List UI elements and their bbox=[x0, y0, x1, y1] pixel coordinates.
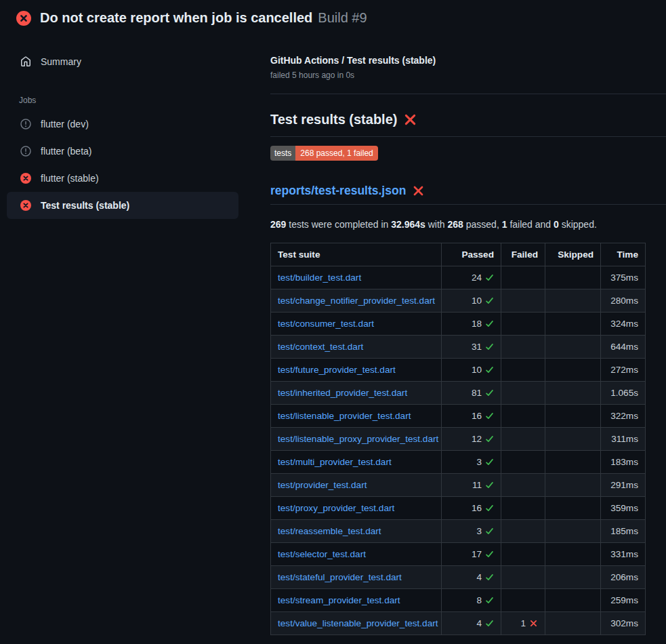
time-cell: 272ms bbox=[601, 359, 646, 382]
table-row: test/future_provider_test.dart10272ms bbox=[271, 359, 646, 382]
check-icon bbox=[485, 550, 494, 559]
suite-cell: test/consumer_test.dart bbox=[271, 313, 442, 336]
failed-cell bbox=[501, 289, 545, 313]
report-failed-x-icon bbox=[413, 185, 424, 197]
time-cell: 331ms bbox=[601, 543, 646, 566]
suite-link[interactable]: test/provider_test.dart bbox=[278, 480, 367, 490]
table-row: test/value_listenable_provider_test.dart… bbox=[271, 612, 646, 635]
table-row: test/stream_provider_test.dart8259ms bbox=[271, 589, 646, 612]
time-cell: 322ms bbox=[601, 405, 646, 428]
passed-cell: 18 bbox=[442, 313, 501, 336]
skipped-cell bbox=[545, 497, 601, 520]
suite-link[interactable]: test/stateful_provider_test.dart bbox=[278, 572, 402, 582]
suite-link[interactable]: test/value_listenable_provider_test.dart bbox=[278, 618, 438, 628]
time-cell: 206ms bbox=[601, 566, 646, 589]
suite-link[interactable]: test/change_notifier_provider_test.dart bbox=[278, 296, 435, 306]
main-panel: GitHub Actions / Test results (stable) f… bbox=[270, 35, 666, 635]
summary-segment: skipped. bbox=[559, 219, 597, 230]
suite-cell: test/reassemble_test.dart bbox=[271, 520, 442, 543]
suite-cell: test/inherited_provider_test.dart bbox=[271, 382, 442, 405]
suite-link[interactable]: test/listenable_proxy_provider_test.dart bbox=[278, 434, 438, 444]
suite-link[interactable]: test/context_test.dart bbox=[278, 342, 363, 352]
suite-link[interactable]: test/consumer_test.dart bbox=[278, 319, 374, 329]
passed-cell: 10 bbox=[442, 289, 501, 313]
job-label: flutter (stable) bbox=[41, 173, 99, 184]
skipped-cell bbox=[545, 359, 601, 382]
passed-cell: 24 bbox=[442, 266, 501, 289]
passed-cell: 3 bbox=[442, 520, 501, 543]
sidebar-job-item-3[interactable]: Test results (stable) bbox=[7, 192, 238, 219]
summary-text: 269 tests were completed in 32.964s with… bbox=[270, 219, 666, 230]
failed-cell bbox=[501, 497, 545, 520]
build-number: Build #9 bbox=[318, 10, 367, 25]
summary-segment: 1 bbox=[502, 219, 507, 230]
time-cell: 280ms bbox=[601, 289, 646, 313]
suite-link[interactable]: test/multi_provider_test.dart bbox=[278, 457, 392, 467]
report-heading: reports/test-results.json bbox=[270, 184, 666, 205]
skipped-cell bbox=[545, 612, 601, 635]
check-icon bbox=[485, 319, 494, 328]
sidebar-job-item-1[interactable]: flutter (beta) bbox=[7, 138, 238, 165]
table-row: test/listenable_provider_test.dart16322m… bbox=[271, 405, 646, 428]
suite-link[interactable]: test/proxy_provider_test.dart bbox=[278, 503, 394, 513]
suite-link[interactable]: test/builder_test.dart bbox=[278, 273, 361, 283]
suite-link[interactable]: test/selector_test.dart bbox=[278, 549, 366, 559]
check-icon bbox=[485, 619, 494, 628]
suite-cell: test/context_test.dart bbox=[271, 336, 442, 359]
failed-cell bbox=[501, 336, 545, 359]
suite-cell: test/selector_test.dart bbox=[271, 543, 442, 566]
neutral-status-icon bbox=[20, 146, 31, 157]
failed-cell bbox=[501, 428, 545, 451]
suite-cell: test/listenable_provider_test.dart bbox=[271, 405, 442, 428]
home-icon bbox=[20, 56, 31, 67]
summary-segment: 32.964s bbox=[391, 219, 425, 230]
skipped-cell bbox=[545, 451, 601, 474]
time-cell: 291ms bbox=[601, 474, 646, 497]
time-cell: 311ms bbox=[601, 428, 646, 451]
sidebar-item-summary[interactable]: Summary bbox=[7, 48, 238, 75]
failed-status-icon bbox=[16, 11, 31, 26]
sidebar-summary-label: Summary bbox=[41, 56, 81, 67]
time-cell: 644ms bbox=[601, 336, 646, 359]
badge-label: tests bbox=[270, 146, 295, 161]
check-icon bbox=[485, 504, 494, 512]
check-icon bbox=[485, 481, 494, 489]
job-label: flutter (beta) bbox=[41, 146, 91, 157]
table-row: test/consumer_test.dart18324ms bbox=[271, 313, 646, 336]
skipped-cell bbox=[545, 428, 601, 451]
report-link[interactable]: reports/test-results.json bbox=[270, 184, 406, 198]
suite-link[interactable]: test/future_provider_test.dart bbox=[278, 365, 396, 375]
suite-link[interactable]: test/listenable_provider_test.dart bbox=[278, 411, 411, 421]
check-title-text: Test results (stable) bbox=[270, 112, 397, 127]
check-icon bbox=[485, 458, 494, 466]
table-row: test/provider_test.dart11291ms bbox=[271, 474, 646, 497]
passed-cell: 8 bbox=[442, 589, 501, 612]
summary-segment: tests were completed in bbox=[286, 219, 391, 230]
suite-cell: test/proxy_provider_test.dart bbox=[271, 497, 442, 520]
passed-cell: 4 bbox=[442, 612, 501, 635]
suite-link[interactable]: test/stream_provider_test.dart bbox=[278, 595, 400, 605]
cross-icon bbox=[529, 619, 538, 628]
job-breadcrumb: GitHub Actions / Test results (stable) bbox=[270, 54, 666, 67]
failed-status-icon bbox=[20, 173, 31, 184]
check-icon bbox=[485, 527, 494, 536]
skipped-cell bbox=[545, 382, 601, 405]
time-cell: 324ms bbox=[601, 313, 646, 336]
sidebar-job-item-2[interactable]: flutter (stable) bbox=[7, 165, 238, 192]
sidebar-job-item-0[interactable]: flutter (dev) bbox=[7, 110, 238, 138]
passed-cell: 4 bbox=[442, 566, 501, 589]
table-header-cell: Passed bbox=[442, 243, 501, 266]
suite-link[interactable]: test/reassemble_test.dart bbox=[278, 526, 381, 536]
passed-cell: 11 bbox=[442, 474, 501, 497]
suite-cell: test/value_listenable_provider_test.dart bbox=[271, 612, 442, 635]
skipped-cell bbox=[545, 474, 601, 497]
section-divider bbox=[270, 94, 666, 94]
table-row: test/stateful_provider_test.dart4206ms bbox=[271, 566, 646, 589]
results-table: Test suitePassedFailedSkippedTime test/b… bbox=[270, 243, 646, 635]
suite-cell: test/listenable_proxy_provider_test.dart bbox=[271, 428, 442, 451]
suite-link[interactable]: test/inherited_provider_test.dart bbox=[278, 388, 407, 398]
build-header: Do not create report when job is cancell… bbox=[0, 0, 666, 35]
job-label: Test results (stable) bbox=[41, 200, 129, 211]
table-row: test/proxy_provider_test.dart16359ms bbox=[271, 497, 646, 520]
table-row: test/builder_test.dart24375ms bbox=[271, 266, 646, 289]
